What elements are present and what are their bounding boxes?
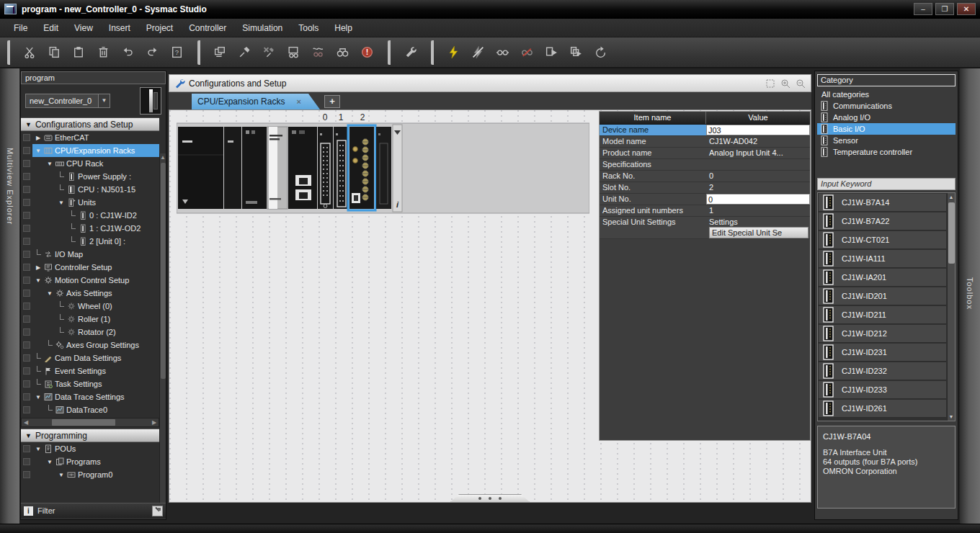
stop-monitor-icon[interactable] xyxy=(516,42,538,63)
rebuild-icon[interactable] xyxy=(233,42,255,63)
build-controller-icon[interactable] xyxy=(209,42,231,63)
tree-item-rotator-2[interactable]: Rotator (2) xyxy=(21,326,159,339)
category-analog-i-o[interactable]: Analog I/O xyxy=(817,112,956,123)
menu-file[interactable]: File xyxy=(6,20,35,36)
tree-item-content[interactable]: CPU : NJ501-15 xyxy=(55,183,159,196)
help-icon[interactable]: ? xyxy=(166,42,187,63)
device-cj1w-id233[interactable]: CJ1W-ID233 xyxy=(819,381,946,399)
device-cj1w-b7a14[interactable]: CJ1W-B7A14 xyxy=(819,194,946,212)
device-cj1w-id212[interactable]: CJ1W-ID212 xyxy=(819,325,946,343)
tree-item-content[interactable]: ▼Data Trace Settings xyxy=(32,390,159,403)
device-cj1w-b7a22[interactable]: CJ1W-B7A22 xyxy=(819,212,946,230)
tree-item-content[interactable]: Axes Group Settings xyxy=(44,339,159,351)
collapse-icon[interactable]: ▼ xyxy=(45,161,54,167)
output-errors-icon[interactable]: ! xyxy=(356,42,378,63)
menu-view[interactable]: View xyxy=(66,20,101,36)
menu-insert[interactable]: Insert xyxy=(101,20,138,36)
collapse-icon[interactable]: ▼ xyxy=(57,200,66,206)
tree-elbow[interactable] xyxy=(34,380,43,388)
fit-to-window-icon[interactable] xyxy=(765,78,776,89)
add-tab-button[interactable]: + xyxy=(324,95,340,108)
tree-item-task-settings[interactable]: Task Settings xyxy=(21,377,159,390)
search-icon[interactable] xyxy=(331,42,353,63)
tree-elbow[interactable] xyxy=(57,186,66,193)
tree-item-content[interactable]: ▼Program0 xyxy=(55,468,159,481)
category-sensor[interactable]: Sensor xyxy=(817,135,956,146)
scrollbar-thumb[interactable] xyxy=(161,163,166,379)
collapse-triangle-icon[interactable]: ▼ xyxy=(25,121,32,128)
copy-icon[interactable] xyxy=(43,42,65,63)
monitor-icon[interactable] xyxy=(491,42,513,63)
delete-icon[interactable] xyxy=(92,42,114,63)
tree-item-units[interactable]: ▼Units xyxy=(21,196,159,209)
tab-cpu-expansion-racks[interactable]: CPU/Expansion Racks × xyxy=(192,94,320,109)
chevron-down-icon[interactable]: ▼ xyxy=(98,94,110,107)
section-configurations-and-setup[interactable]: ▼ Configurations and Setup xyxy=(21,117,159,131)
tree-item-content[interactable]: Event Settings xyxy=(32,364,159,377)
tree-item-content[interactable]: 0 : CJ1W-ID2 xyxy=(67,209,159,222)
pin-icon[interactable] xyxy=(152,506,163,516)
property-label[interactable]: Model name xyxy=(600,136,706,147)
scroll-down-icon[interactable]: ▼ xyxy=(948,413,955,421)
property-label[interactable]: Device name xyxy=(600,125,706,135)
unit-no--input[interactable] xyxy=(706,194,810,205)
tree-elbow[interactable] xyxy=(34,367,43,375)
tree-elbow[interactable] xyxy=(57,303,66,310)
tree-elbow[interactable] xyxy=(57,173,66,180)
zoom-out-icon[interactable] xyxy=(795,78,806,89)
tree-item-content[interactable]: ▶Controller Setup xyxy=(32,261,159,274)
tree-item-cpu-expansion-racks[interactable]: ▼CPU/Expansion Racks xyxy=(21,144,159,157)
property-label[interactable]: Slot No. xyxy=(600,182,706,193)
tree-item-programs[interactable]: ▼Programs xyxy=(21,455,159,468)
device-name-input[interactable] xyxy=(706,125,810,135)
tree-item-content[interactable]: I/O Map xyxy=(32,248,159,261)
tree-item-power-supply[interactable]: Power Supply : xyxy=(21,170,159,183)
device-cj1w-ia111[interactable]: CJ1W-IA111 xyxy=(819,250,946,268)
tree-item-content[interactable]: ▶EtherCAT xyxy=(32,131,159,144)
collapse-icon[interactable]: ▼ xyxy=(45,459,54,465)
device-cj1w-id232[interactable]: CJ1W-ID232 xyxy=(819,362,946,380)
tree-item-roller-1[interactable]: Roller (1) xyxy=(21,313,159,326)
check-all-programs-icon[interactable] xyxy=(307,42,329,63)
tree-item-content[interactable]: ▼CPU Rack xyxy=(44,157,159,170)
tree-item-content[interactable]: 1 : CJ1W-OD2 xyxy=(67,222,159,235)
tree-item-axis-settings[interactable]: ▼Axis Settings xyxy=(21,287,159,300)
expand-icon[interactable]: ▶ xyxy=(34,135,43,141)
tree-elbow[interactable] xyxy=(68,238,77,245)
undo-icon[interactable] xyxy=(117,42,138,63)
tree-item-cpu-nj501-15[interactable]: CPU : NJ501-15 xyxy=(21,183,159,196)
device-cj1w-id231[interactable]: CJ1W-ID231 xyxy=(819,344,946,362)
tree-item-cam-data-settings[interactable]: Cam Data Settings xyxy=(21,351,159,364)
explorer-horizontal-scrollbar[interactable]: ◀ ▶ xyxy=(21,418,159,427)
toolbox-strip[interactable]: Toolbox xyxy=(960,68,980,524)
scroll-up-icon[interactable]: ▲ xyxy=(160,153,166,162)
tree-elbow[interactable] xyxy=(68,212,77,219)
tree-elbow[interactable] xyxy=(34,354,43,362)
device-cj1w-ct021[interactable]: CJ1W-CT021 xyxy=(819,231,946,249)
scrollbar-thumb[interactable] xyxy=(52,419,115,426)
scroll-left-icon[interactable]: ◀ xyxy=(22,419,30,426)
abort-build-icon[interactable] xyxy=(258,42,280,63)
property-label[interactable]: Assigned unit numbers xyxy=(600,205,706,216)
tree-item-2-unit-0[interactable]: 2 [Unit 0] : xyxy=(21,235,159,248)
device-cj1w-ia201[interactable]: CJ1W-IA201 xyxy=(819,269,946,287)
device-cj1w-id201[interactable]: CJ1W-ID201 xyxy=(819,287,946,305)
tree-item-content[interactable]: Rotator (2) xyxy=(55,326,159,339)
tree-elbow[interactable] xyxy=(34,251,43,258)
property-label[interactable]: Product name xyxy=(600,148,706,158)
tree-item-content[interactable]: Power Supply : xyxy=(55,170,159,183)
collapse-icon[interactable]: ▼ xyxy=(45,290,54,297)
tree-item-content[interactable]: Wheel (0) xyxy=(55,300,159,313)
tab-close-icon[interactable]: × xyxy=(297,97,301,106)
tree-item-content[interactable]: ▼POUs xyxy=(32,442,159,455)
tree-elbow[interactable] xyxy=(45,341,54,349)
property-label[interactable]: Rack No. xyxy=(600,171,706,182)
redo-icon[interactable] xyxy=(141,42,163,63)
tree-item-event-settings[interactable]: Event Settings xyxy=(21,364,159,377)
tree-item-wheel-0[interactable]: Wheel (0) xyxy=(21,300,159,313)
tree-item-pous[interactable]: ▼POUs xyxy=(21,442,159,455)
device-list-scrollbar[interactable]: ▲ ▼ xyxy=(947,193,955,421)
minimize-button[interactable]: – xyxy=(914,3,932,15)
category-communications[interactable]: Communications xyxy=(817,100,956,112)
tree-item-motion-control-setup[interactable]: ▼Motion Control Setup xyxy=(21,274,159,287)
